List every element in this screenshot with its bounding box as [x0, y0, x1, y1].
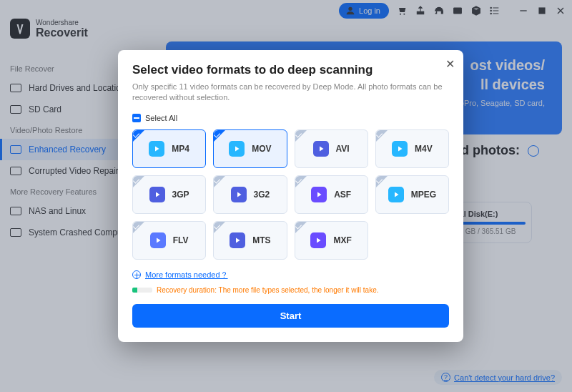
checkmark-icon [133, 222, 144, 233]
format-tile-mov[interactable]: MOV [213, 129, 287, 168]
format-tile-avi[interactable]: AVI [295, 129, 368, 168]
plus-circle-icon [132, 270, 141, 279]
more-formats-link[interactable]: More formats needed？ [132, 270, 449, 280]
format-tile-3gp[interactable]: 3GP [132, 175, 206, 214]
checkmark-icon [295, 176, 307, 187]
format-label: MTS [252, 235, 270, 245]
format-modal: ✕ Select video formats to do deep scanni… [118, 50, 463, 342]
checkmark-icon [214, 130, 225, 142]
format-tile-3g2[interactable]: 3G2 [213, 175, 287, 214]
format-label: MOV [252, 144, 271, 154]
format-tile-m4v[interactable]: M4V [375, 129, 449, 168]
duration-note: Recovery duration: The more file types s… [132, 286, 449, 294]
format-label: MXF [333, 235, 351, 245]
modal-title: Select video formats to do deep scanning [132, 63, 449, 77]
format-icon [388, 187, 404, 202]
checkmark-icon [214, 222, 225, 233]
close-icon[interactable]: ✕ [445, 57, 455, 71]
format-tile-flv[interactable]: FLV [132, 221, 206, 260]
checkmark-icon [376, 176, 388, 187]
format-label: MP4 [172, 144, 189, 154]
format-icon [311, 187, 327, 202]
format-label: MPEG [411, 190, 436, 200]
format-icon [229, 141, 245, 157]
select-all-checkbox[interactable]: Select All [132, 114, 449, 122]
format-icon [149, 141, 164, 157]
format-tile-asf[interactable]: ASF [295, 175, 368, 214]
format-icon [313, 141, 329, 157]
checkbox-indeterminate-icon [132, 114, 141, 122]
format-grid: MP4MOVAVIM4V3GP3G2ASFMPEGFLVMTSMXF [132, 129, 449, 260]
format-tile-mts[interactable]: MTS [213, 221, 287, 260]
format-icon [149, 187, 165, 202]
format-label: 3GP [172, 190, 189, 200]
format-label: FLV [173, 235, 189, 245]
format-label: M4V [415, 144, 433, 154]
duration-meter-icon [132, 288, 152, 293]
format-label: ASF [334, 190, 351, 200]
checkmark-icon [133, 130, 144, 142]
format-label: 3G2 [254, 190, 270, 200]
format-icon [231, 187, 247, 202]
checkmark-icon [295, 130, 307, 142]
format-icon [150, 232, 166, 248]
checkmark-icon [133, 176, 144, 187]
format-tile-mp4[interactable]: MP4 [132, 129, 206, 168]
checkmark-icon [376, 130, 388, 142]
modal-subtitle: Only specific 11 video formats can be re… [132, 82, 449, 104]
format-label: AVI [336, 144, 350, 154]
start-button[interactable]: Start [132, 304, 449, 328]
format-icon [310, 232, 326, 248]
format-tile-mpeg[interactable]: MPEG [375, 175, 449, 214]
format-icon [230, 232, 245, 248]
format-tile-mxf[interactable]: MXF [295, 221, 368, 260]
checkmark-icon [214, 176, 225, 187]
checkmark-icon [295, 222, 307, 233]
format-icon [392, 141, 408, 157]
